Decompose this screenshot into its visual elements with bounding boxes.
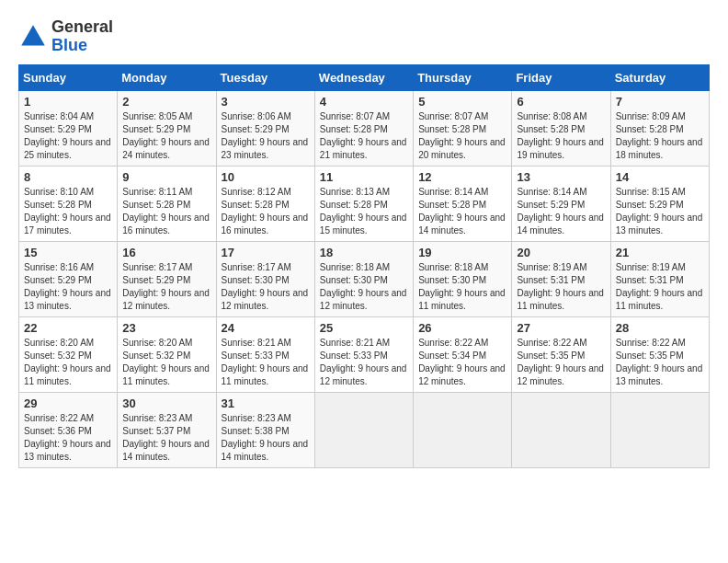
calendar-day-cell: 6Sunrise: 8:08 AMSunset: 5:28 PMDaylight… — [512, 90, 610, 166]
header-row: SundayMondayTuesdayWednesdayThursdayFrid… — [19, 64, 710, 90]
day-number: 10 — [222, 170, 310, 184]
day-info: Sunrise: 8:11 AMSunset: 5:28 PMDaylight:… — [122, 186, 210, 237]
day-info: Sunrise: 8:04 AMSunset: 5:29 PMDaylight:… — [24, 110, 112, 162]
day-info: Sunrise: 8:07 AMSunset: 5:28 PMDaylight:… — [320, 110, 408, 162]
day-number: 18 — [320, 246, 408, 259]
calendar-day-cell: 25Sunrise: 8:21 AMSunset: 5:33 PMDayligh… — [314, 316, 413, 392]
day-number: 7 — [616, 95, 704, 109]
day-number: 20 — [517, 246, 605, 259]
calendar-day-cell: 17Sunrise: 8:17 AMSunset: 5:30 PMDayligh… — [216, 241, 314, 316]
calendar-day-cell — [512, 392, 610, 467]
day-info: Sunrise: 8:13 AMSunset: 5:28 PMDaylight:… — [320, 186, 408, 237]
calendar-day-cell: 23Sunrise: 8:20 AMSunset: 5:32 PMDayligh… — [118, 316, 216, 392]
day-info: Sunrise: 8:17 AMSunset: 5:29 PMDaylight:… — [122, 261, 210, 313]
day-of-week-header: Wednesday — [314, 64, 413, 90]
day-number: 29 — [24, 396, 112, 410]
day-of-week-header: Saturday — [610, 64, 709, 90]
day-number: 16 — [122, 246, 210, 259]
day-info: Sunrise: 8:16 AMSunset: 5:29 PMDaylight:… — [24, 261, 112, 313]
day-info: Sunrise: 8:09 AMSunset: 5:28 PMDaylight:… — [616, 110, 704, 162]
day-info: Sunrise: 8:20 AMSunset: 5:32 PMDaylight:… — [24, 337, 112, 388]
day-number: 28 — [616, 321, 704, 335]
day-number: 15 — [24, 246, 112, 259]
day-number: 27 — [517, 321, 605, 335]
calendar-day-cell: 20Sunrise: 8:19 AMSunset: 5:31 PMDayligh… — [512, 241, 610, 316]
calendar-day-cell: 3Sunrise: 8:06 AMSunset: 5:29 PMDaylight… — [216, 90, 314, 166]
day-number: 11 — [320, 170, 408, 184]
calendar-day-cell: 26Sunrise: 8:22 AMSunset: 5:34 PMDayligh… — [414, 316, 512, 392]
page-header: General Blue — [18, 18, 710, 55]
day-number: 14 — [616, 170, 704, 184]
day-number: 17 — [222, 246, 310, 259]
day-info: Sunrise: 8:17 AMSunset: 5:30 PMDaylight:… — [222, 261, 310, 313]
day-number: 1 — [24, 95, 112, 109]
day-number: 24 — [222, 321, 310, 335]
calendar-day-cell: 7Sunrise: 8:09 AMSunset: 5:28 PMDaylight… — [610, 90, 709, 166]
calendar-day-cell — [610, 392, 709, 467]
day-number: 30 — [122, 396, 210, 410]
day-info: Sunrise: 8:19 AMSunset: 5:31 PMDaylight:… — [517, 261, 605, 313]
day-info: Sunrise: 8:14 AMSunset: 5:28 PMDaylight:… — [418, 186, 506, 237]
day-info: Sunrise: 8:15 AMSunset: 5:29 PMDaylight:… — [616, 186, 704, 237]
calendar-day-cell: 30Sunrise: 8:23 AMSunset: 5:37 PMDayligh… — [118, 392, 216, 467]
calendar-week-row: 29Sunrise: 8:22 AMSunset: 5:36 PMDayligh… — [19, 392, 710, 467]
day-info: Sunrise: 8:23 AMSunset: 5:38 PMDaylight:… — [222, 412, 310, 464]
calendar-day-cell: 29Sunrise: 8:22 AMSunset: 5:36 PMDayligh… — [19, 392, 118, 467]
day-number: 19 — [418, 246, 506, 259]
calendar-day-cell: 14Sunrise: 8:15 AMSunset: 5:29 PMDayligh… — [610, 166, 709, 241]
calendar-day-cell: 8Sunrise: 8:10 AMSunset: 5:28 PMDaylight… — [19, 166, 118, 241]
day-number: 25 — [320, 321, 408, 335]
calendar-day-cell: 18Sunrise: 8:18 AMSunset: 5:30 PMDayligh… — [314, 241, 413, 316]
day-info: Sunrise: 8:23 AMSunset: 5:37 PMDaylight:… — [122, 412, 210, 464]
logo-text: General Blue — [51, 18, 113, 55]
calendar-day-cell: 19Sunrise: 8:18 AMSunset: 5:30 PMDayligh… — [414, 241, 512, 316]
calendar-day-cell: 1Sunrise: 8:04 AMSunset: 5:29 PMDaylight… — [19, 90, 118, 166]
day-info: Sunrise: 8:22 AMSunset: 5:35 PMDaylight:… — [517, 337, 605, 388]
day-info: Sunrise: 8:19 AMSunset: 5:31 PMDaylight:… — [616, 261, 704, 313]
svg-marker-0 — [21, 25, 45, 45]
day-info: Sunrise: 8:05 AMSunset: 5:29 PMDaylight:… — [122, 110, 210, 162]
calendar-day-cell: 21Sunrise: 8:19 AMSunset: 5:31 PMDayligh… — [610, 241, 709, 316]
calendar-day-cell: 9Sunrise: 8:11 AMSunset: 5:28 PMDaylight… — [118, 166, 216, 241]
calendar-week-row: 1Sunrise: 8:04 AMSunset: 5:29 PMDaylight… — [19, 90, 710, 166]
calendar-day-cell: 24Sunrise: 8:21 AMSunset: 5:33 PMDayligh… — [216, 316, 314, 392]
day-info: Sunrise: 8:22 AMSunset: 5:36 PMDaylight:… — [24, 412, 112, 464]
day-number: 23 — [122, 321, 210, 335]
logo: General Blue — [18, 18, 113, 55]
calendar-day-cell: 4Sunrise: 8:07 AMSunset: 5:28 PMDaylight… — [314, 90, 413, 166]
day-number: 31 — [222, 396, 310, 410]
day-info: Sunrise: 8:08 AMSunset: 5:28 PMDaylight:… — [517, 110, 605, 162]
calendar-day-cell: 5Sunrise: 8:07 AMSunset: 5:28 PMDaylight… — [414, 90, 512, 166]
calendar-day-cell: 15Sunrise: 8:16 AMSunset: 5:29 PMDayligh… — [19, 241, 118, 316]
day-number: 9 — [122, 170, 210, 184]
day-number: 21 — [616, 246, 704, 259]
calendar-day-cell: 27Sunrise: 8:22 AMSunset: 5:35 PMDayligh… — [512, 316, 610, 392]
day-info: Sunrise: 8:22 AMSunset: 5:34 PMDaylight:… — [418, 337, 506, 388]
day-info: Sunrise: 8:21 AMSunset: 5:33 PMDaylight:… — [222, 337, 310, 388]
day-info: Sunrise: 8:18 AMSunset: 5:30 PMDaylight:… — [320, 261, 408, 313]
day-info: Sunrise: 8:07 AMSunset: 5:28 PMDaylight:… — [418, 110, 506, 162]
day-info: Sunrise: 8:12 AMSunset: 5:28 PMDaylight:… — [222, 186, 310, 237]
calendar-day-cell: 13Sunrise: 8:14 AMSunset: 5:29 PMDayligh… — [512, 166, 610, 241]
day-info: Sunrise: 8:22 AMSunset: 5:35 PMDaylight:… — [616, 337, 704, 388]
day-of-week-header: Friday — [512, 64, 610, 90]
calendar-day-cell: 28Sunrise: 8:22 AMSunset: 5:35 PMDayligh… — [610, 316, 709, 392]
day-number: 13 — [517, 170, 605, 184]
day-info: Sunrise: 8:10 AMSunset: 5:28 PMDaylight:… — [24, 186, 112, 237]
day-number: 2 — [122, 95, 210, 109]
day-info: Sunrise: 8:20 AMSunset: 5:32 PMDaylight:… — [122, 337, 210, 388]
day-number: 8 — [24, 170, 112, 184]
calendar-day-cell: 2Sunrise: 8:05 AMSunset: 5:29 PMDaylight… — [118, 90, 216, 166]
calendar-week-row: 8Sunrise: 8:10 AMSunset: 5:28 PMDaylight… — [19, 166, 710, 241]
calendar-day-cell — [314, 392, 413, 467]
logo-icon — [18, 22, 48, 52]
day-of-week-header: Thursday — [414, 64, 512, 90]
calendar-day-cell: 22Sunrise: 8:20 AMSunset: 5:32 PMDayligh… — [19, 316, 118, 392]
calendar-day-cell — [414, 392, 512, 467]
day-info: Sunrise: 8:18 AMSunset: 5:30 PMDaylight:… — [418, 261, 506, 313]
day-number: 3 — [222, 95, 310, 109]
day-number: 22 — [24, 321, 112, 335]
day-number: 6 — [517, 95, 605, 109]
day-of-week-header: Sunday — [19, 64, 118, 90]
day-number: 5 — [418, 95, 506, 109]
